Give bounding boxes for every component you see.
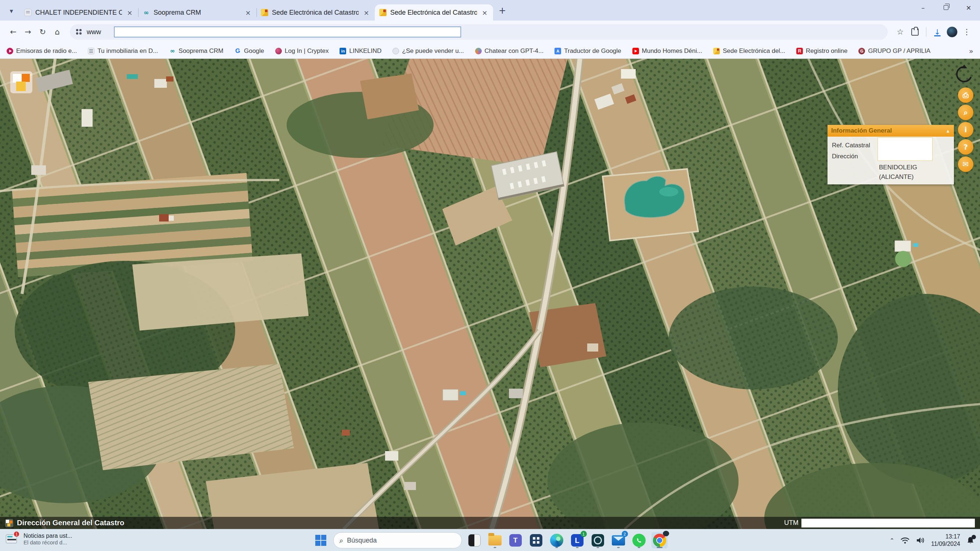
widgets-button[interactable]: 1 Noticias para ust... El dato récord d.…: [5, 532, 72, 546]
registro-icon: R: [796, 48, 803, 54]
site-settings-icon[interactable]: [76, 29, 83, 35]
bookmark-radio[interactable]: Emisoras de radio e...: [6, 48, 77, 55]
url-redaction-box: [114, 27, 461, 38]
compass-icon[interactable]: [955, 65, 974, 84]
bookmark-google[interactable]: GGoogle: [234, 48, 264, 55]
app-chrome[interactable]: [652, 532, 668, 548]
bookmark-sede-catastro[interactable]: Sede Electrónica del...: [713, 48, 785, 55]
bookmark-sooprema[interactable]: ∞Sooprema CRM: [169, 48, 223, 55]
widget-badge: 1: [13, 531, 20, 537]
app-toolbox[interactable]: [528, 532, 544, 548]
utm-label: UTM: [784, 519, 799, 527]
tab-title: CHALET INDEPENDIENTE CON: [35, 9, 122, 16]
clock[interactable]: 13:17 11/09/2024: [931, 533, 960, 548]
satellite-map[interactable]: ⎙ ⌕ i ? ✉ Información General ▲ Ref. Cat…: [0, 59, 980, 529]
tray-chevron-icon[interactable]: ⌃: [889, 537, 894, 544]
close-icon[interactable]: ×: [126, 8, 134, 16]
coords-redaction-box: [802, 519, 975, 527]
reload-icon[interactable]: ↻: [35, 25, 50, 39]
info-icon[interactable]: i: [958, 122, 974, 137]
close-window-button[interactable]: ×: [957, 0, 980, 15]
volume-icon[interactable]: [916, 536, 925, 545]
back-icon[interactable]: ←: [6, 25, 21, 39]
province-text: (ALICANTE): [879, 173, 913, 181]
mail-app-icon: [612, 535, 625, 546]
map-status-bar: Dirección General del Catastro UTM: [0, 517, 980, 529]
system-tray: ⌃ 13:17 11/09/2024: [889, 529, 975, 551]
app-o[interactable]: [590, 532, 606, 548]
taskbar-search[interactable]: ⌕ Búsqueda: [333, 532, 462, 548]
grupo-icon: G: [858, 48, 865, 54]
bookmark-registro[interactable]: RRegistro online: [796, 48, 847, 55]
app-teams[interactable]: T: [508, 532, 523, 548]
info-panel-header[interactable]: Información General ▲: [827, 125, 954, 137]
translate-icon: A: [555, 48, 561, 54]
close-icon[interactable]: ×: [244, 8, 252, 16]
extensions-icon[interactable]: [908, 25, 922, 39]
taskbar-center-dock: ⌕ Búsqueda T L 1 2: [313, 529, 668, 551]
minimize-button[interactable]: –: [912, 0, 934, 15]
direccion-label: Dirección: [832, 153, 858, 160]
mail-icon[interactable]: ✉: [958, 157, 974, 172]
l-app-badge: 1: [581, 531, 587, 537]
bookmark-cryptex[interactable]: Log In | Cryptex: [275, 48, 329, 55]
chrome-badge: [663, 531, 669, 536]
tab-catastro-1[interactable]: Sede Electrónica del Catastro - ×: [256, 5, 375, 21]
home-icon[interactable]: ⌂: [50, 25, 65, 39]
collapse-icon[interactable]: ▲: [945, 128, 950, 134]
bookmark-mundo-homes[interactable]: Mundo Homes Déni...: [632, 48, 702, 55]
window-controls: – ×: [912, 0, 980, 15]
notifications-button[interactable]: [966, 536, 975, 545]
radio-play-icon: [6, 48, 13, 54]
forward-icon[interactable]: →: [21, 25, 35, 39]
bookmarks-overflow-icon[interactable]: »: [969, 47, 974, 56]
o-app-icon: [592, 534, 604, 546]
tab-title: Sede Electrónica del Catastro -: [390, 9, 477, 16]
bookmark-traductor[interactable]: ATraductor de Google: [555, 48, 621, 55]
bookmark-gpt[interactable]: Chatear con GPT-4...: [475, 48, 544, 55]
wifi-icon[interactable]: [900, 536, 910, 545]
whatsapp-icon: [632, 534, 646, 547]
print-icon[interactable]: ⎙: [958, 87, 974, 103]
globe-icon: [393, 48, 399, 54]
info-panel: Información General ▲ Ref. Catastral Dir…: [827, 125, 954, 184]
app-edge[interactable]: [549, 532, 565, 548]
tab-search-icon[interactable]: ▾: [5, 5, 18, 17]
help-icon[interactable]: ?: [958, 139, 974, 155]
downloads-icon[interactable]: ↓: [930, 25, 945, 39]
app-l[interactable]: L 1: [569, 532, 585, 548]
app-split[interactable]: [466, 532, 482, 548]
linkedin-icon: in: [339, 48, 346, 54]
mail-badge: 2: [622, 531, 628, 537]
bookmark-grupo-gp[interactable]: GGRUPO GP / APRILIA: [858, 48, 931, 55]
start-button[interactable]: [313, 532, 329, 548]
close-icon[interactable]: ×: [362, 8, 371, 16]
new-tab-button[interactable]: +: [496, 5, 509, 17]
profile-avatar[interactable]: [945, 25, 959, 39]
bookmark-vender[interactable]: ¿Se puede vender u...: [393, 48, 464, 55]
status-brand-text: Dirección General del Catastro: [17, 519, 124, 527]
bookmark-inmobiliaria[interactable]: Tu inmobiliaria en D...: [88, 48, 158, 55]
tab-sooprema[interactable]: ∞ Sooprema CRM ×: [138, 5, 256, 21]
tab-chalet[interactable]: CHALET INDEPENDIENTE CON ×: [20, 5, 138, 21]
zoom-icon[interactable]: ⌕: [958, 105, 974, 120]
teams-icon: T: [509, 534, 522, 546]
catastro-icon: [379, 9, 387, 16]
bookmark-linkelind[interactable]: inLINKELIND: [339, 48, 382, 55]
app-whatsapp[interactable]: [631, 532, 647, 548]
bookmark-star-icon[interactable]: ☆: [893, 25, 908, 39]
tab-strip: ▾ CHALET INDEPENDIENTE CON × ∞ Sooprema …: [0, 0, 980, 21]
restore-button[interactable]: [934, 0, 957, 15]
app-mail[interactable]: 2: [610, 532, 627, 548]
tab-catastro-2-active[interactable]: Sede Electrónica del Catastro - ×: [375, 5, 493, 21]
infinity-icon: ∞: [143, 9, 150, 16]
close-icon[interactable]: ×: [480, 8, 489, 16]
widget-headline: Noticias para ust...: [24, 533, 72, 539]
address-bar[interactable]: www: [70, 24, 888, 40]
info-panel-title: Información General: [831, 127, 892, 135]
split-app-icon: [468, 534, 480, 546]
app-file-explorer[interactable]: [487, 532, 503, 548]
menu-kebab-icon[interactable]: ⋮: [959, 25, 974, 39]
catastro-mini-logo: [5, 519, 13, 527]
ref-catastral-label: Ref. Catastral: [832, 142, 870, 149]
